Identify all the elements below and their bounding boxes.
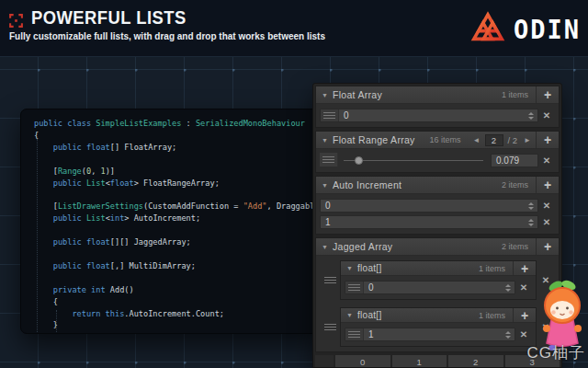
code-line: }	[34, 331, 321, 334]
add-item-button[interactable]: +	[536, 86, 559, 103]
float-array-body: 0 ✕	[316, 104, 559, 127]
page-title: POWERFUL LISTS	[31, 7, 187, 29]
jagged-array-header[interactable]: ▼ Jagged Array 2 items +	[316, 238, 559, 256]
int-field[interactable]: 1	[320, 215, 538, 229]
foldout-icon[interactable]: ▼	[346, 312, 353, 318]
remove-item-button[interactable]: ✕	[538, 201, 555, 211]
drag-handle[interactable]	[320, 307, 340, 347]
nested-list-count: 1 items	[479, 264, 513, 273]
list-item: 0 ✕	[320, 108, 555, 123]
page-number-field[interactable]: 2	[485, 134, 503, 146]
code-block: public class SimpleListExamples : Serial…	[34, 118, 321, 334]
drag-handle[interactable]	[345, 282, 364, 293]
add-item-button[interactable]: +	[536, 177, 559, 193]
indent-guide	[37, 139, 38, 334]
stepper[interactable]	[526, 202, 536, 210]
code-line: public float[,] MultiDimArray;	[34, 260, 321, 272]
float-array-label: Float Array	[333, 89, 382, 100]
remove-item-button[interactable]: ✕	[538, 110, 555, 121]
foldout-icon[interactable]: ▼	[346, 265, 353, 271]
code-line	[34, 272, 321, 284]
auto-increment-header[interactable]: ▼ Auto Increment 2 items +	[316, 177, 559, 194]
code-line: [ListDrawerSettings(CustomAddFunction = …	[34, 201, 321, 213]
foldout-icon[interactable]: ▼	[322, 244, 328, 250]
inspector-panel: ▼ Float Array 1 items + 0 ✕ ▼	[312, 83, 562, 368]
float-range-count: 16 items	[430, 135, 469, 144]
remove-item-button[interactable]: ✕	[538, 217, 555, 227]
code-line	[34, 224, 321, 236]
code-line: private int Add()	[34, 284, 321, 296]
indent-guide	[56, 310, 57, 334]
float-range-header[interactable]: ▼ Float Range Array 16 items ◄ 2 / 2 ► +	[316, 132, 559, 149]
field-value[interactable]: 1	[364, 329, 503, 339]
range-slider[interactable]	[344, 154, 483, 167]
code-line	[34, 248, 321, 260]
code-line: public class SimpleListExamples : Serial…	[34, 118, 321, 130]
jagged-array-count: 2 items	[502, 242, 536, 251]
nested-list-item: ▼ float[] 1 items + 1	[320, 307, 555, 347]
slider-value-field[interactable]: 0.079	[491, 154, 538, 167]
field-value[interactable]: 0	[364, 282, 503, 293]
code-editor-panel: public class SimpleListExamples : Serial…	[20, 109, 322, 334]
remove-item-button[interactable]: ✕	[515, 329, 532, 339]
stepper[interactable]	[503, 284, 513, 292]
foldout-icon[interactable]: ▼	[322, 182, 328, 189]
table-column-header: 1	[392, 355, 447, 368]
nested-list: ▼ float[] 1 items + 1	[340, 307, 537, 347]
stepper[interactable]	[503, 331, 513, 339]
page-subtitle: Fully customizable full lists, with drag…	[9, 31, 325, 41]
field-value[interactable]: 1	[321, 217, 526, 227]
nested-list-label: float[]	[357, 310, 382, 320]
stepper[interactable]	[526, 112, 536, 120]
code-line: {	[34, 130, 321, 142]
code-line: public float[] FloatArray;	[34, 142, 321, 154]
add-item-button[interactable]: +	[536, 238, 559, 255]
code-line: [Range(0, 1)]	[34, 166, 321, 178]
multidim-array-table: 01230000010000	[315, 355, 560, 368]
add-item-button[interactable]: +	[513, 261, 536, 275]
stepper[interactable]	[526, 219, 536, 226]
nested-list-header[interactable]: ▼ float[] 1 items +	[341, 308, 536, 323]
table-corner-cell	[315, 355, 334, 368]
foldout-icon[interactable]: ▼	[322, 137, 328, 144]
code-line: public List<float> FloatRangeArray;	[34, 178, 321, 190]
page-background: POWERFUL LISTS Fully customizable full l…	[0, 0, 588, 368]
float-range-label: Float Range Array	[333, 134, 415, 145]
add-item-button[interactable]: +	[536, 132, 559, 148]
table-column-header: 2	[448, 355, 503, 368]
jagged-array-body: ▼ float[] 1 items + 0	[316, 256, 559, 351]
code-line: }	[34, 319, 321, 331]
list-item: 0 ✕	[320, 198, 555, 213]
jagged-array-label: Jagged Array	[333, 241, 392, 252]
float-field[interactable]: 1	[345, 328, 515, 341]
section-auto-increment: ▼ Auto Increment 2 items + 0 ✕ 1	[315, 176, 560, 235]
page-prev-button[interactable]: ◄	[473, 136, 481, 144]
list-item: 0 ✕	[345, 280, 532, 295]
field-value[interactable]: 0	[321, 201, 526, 211]
table-column-header: 0	[335, 355, 390, 368]
float-array-header[interactable]: ▼ Float Array 1 items +	[316, 86, 559, 104]
list-item: 1 ✕	[345, 327, 532, 342]
int-field[interactable]: 0	[320, 199, 538, 213]
add-item-button[interactable]: +	[513, 308, 536, 322]
field-value[interactable]: 0	[339, 110, 526, 121]
page-next-button[interactable]: ►	[524, 136, 531, 144]
code-line	[34, 189, 321, 201]
float-field[interactable]: 0	[345, 281, 515, 294]
drag-handle[interactable]	[345, 328, 364, 340]
nested-list-item: ▼ float[] 1 items + 0	[320, 260, 555, 300]
remove-item-button[interactable]: ✕	[538, 155, 555, 166]
nested-list-count: 1 items	[479, 311, 513, 320]
foldout-icon[interactable]: ▼	[322, 92, 328, 98]
auto-increment-body: 0 ✕ 1 ✕	[316, 194, 559, 234]
float-range-body: 0.079 ✕	[316, 149, 559, 172]
nested-list-header[interactable]: ▼ float[] 1 items +	[341, 261, 536, 276]
drag-handle[interactable]	[320, 260, 340, 300]
remove-item-button[interactable]: ✕	[515, 282, 532, 293]
list-item: 0.079 ✕	[320, 153, 555, 168]
slider-knob[interactable]	[355, 156, 363, 165]
drag-handle[interactable]	[320, 153, 338, 167]
page-total: / 2	[508, 135, 518, 145]
drag-handle[interactable]	[321, 109, 339, 121]
float-field[interactable]: 0	[320, 109, 538, 122]
